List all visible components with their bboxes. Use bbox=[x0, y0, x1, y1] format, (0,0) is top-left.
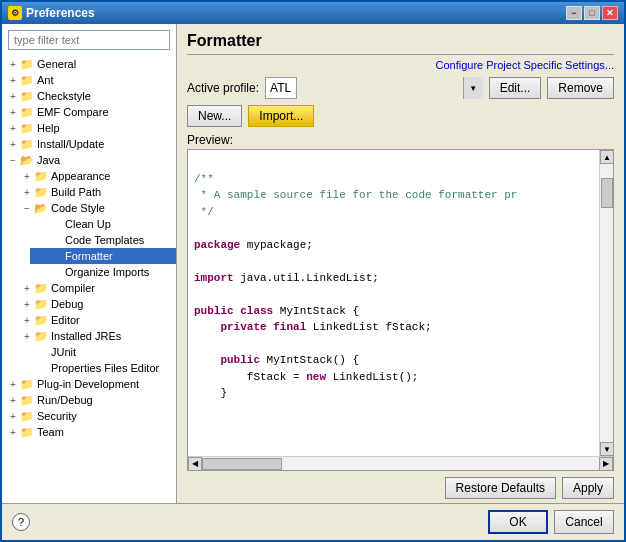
edit-button[interactable]: Edit... bbox=[489, 77, 542, 99]
horizontal-scrollbar: ◀ ▶ bbox=[188, 456, 613, 470]
folder-icon: 📂 bbox=[20, 154, 34, 166]
sidebar-item-label: Java bbox=[37, 154, 60, 166]
scroll-down-btn[interactable]: ▼ bbox=[600, 442, 613, 456]
folder-icon: 📁 bbox=[34, 314, 48, 326]
dialog-footer: ? OK Cancel bbox=[2, 503, 624, 540]
expand-icon: + bbox=[20, 299, 34, 310]
sidebar-item-java[interactable]: − 📂 Java bbox=[2, 152, 176, 168]
close-button[interactable]: ✕ bbox=[602, 6, 618, 20]
folder-icon: 📁 bbox=[20, 106, 34, 118]
folder-icon: 📁 bbox=[34, 170, 48, 182]
expand-icon: + bbox=[20, 331, 34, 342]
expand-icon: + bbox=[20, 171, 34, 182]
sidebar-item-label: Editor bbox=[51, 314, 80, 326]
restore-defaults-button[interactable]: Restore Defaults bbox=[445, 477, 556, 499]
expand-icon: + bbox=[20, 283, 34, 294]
sidebar-item-plug-in-development[interactable]: + 📁 Plug-in Development bbox=[2, 376, 176, 392]
expand-icon: + bbox=[6, 91, 20, 102]
sidebar-item-build-path[interactable]: + 📁 Build Path bbox=[16, 184, 176, 200]
sidebar-item-junit[interactable]: JUnit bbox=[16, 344, 176, 360]
vertical-scrollbar[interactable]: ▲ ▼ bbox=[599, 150, 613, 456]
sidebar-item-compiler[interactable]: + 📁 Compiler bbox=[16, 280, 176, 296]
sidebar-item-code-templates[interactable]: Code Templates bbox=[30, 232, 176, 248]
sidebar-item-label: Checkstyle bbox=[37, 90, 91, 102]
java-children: + 📁 Appearance + 📁 Build Path bbox=[2, 168, 176, 376]
expand-icon: − bbox=[6, 155, 20, 166]
sidebar-item-label: Organize Imports bbox=[65, 266, 149, 278]
import-button[interactable]: Import... bbox=[248, 105, 314, 127]
sidebar-item-label: Code Style bbox=[51, 202, 105, 214]
ok-button[interactable]: OK bbox=[488, 510, 548, 534]
scroll-left-btn[interactable]: ◀ bbox=[188, 457, 202, 471]
expand-icon: + bbox=[6, 395, 20, 406]
config-link[interactable]: Configure Project Specific Settings... bbox=[187, 59, 614, 71]
sidebar-item-label: Run/Debug bbox=[37, 394, 93, 406]
sidebar-item-label: Debug bbox=[51, 298, 83, 310]
profile-select-wrapper: ATL ▼ bbox=[265, 77, 483, 99]
expand-icon: − bbox=[20, 203, 34, 214]
expand-icon: + bbox=[20, 187, 34, 198]
cancel-button[interactable]: Cancel bbox=[554, 510, 614, 534]
window-icon: ⚙ bbox=[8, 6, 22, 20]
sidebar-item-run-debug[interactable]: + 📁 Run/Debug bbox=[2, 392, 176, 408]
folder-icon bbox=[48, 218, 62, 230]
sidebar: + 📁 General + 📁 Ant + bbox=[2, 24, 177, 503]
maximize-button[interactable]: □ bbox=[584, 6, 600, 20]
footer-right: OK Cancel bbox=[488, 510, 614, 534]
new-import-row: New... Import... bbox=[187, 105, 614, 127]
scroll-thumb-v[interactable] bbox=[601, 178, 613, 208]
scroll-up-btn[interactable]: ▲ bbox=[600, 150, 613, 164]
expand-icon: + bbox=[6, 139, 20, 150]
titlebar-buttons: − □ ✕ bbox=[566, 6, 618, 20]
folder-icon bbox=[34, 362, 48, 374]
active-profile-label: Active profile: bbox=[187, 81, 259, 95]
sidebar-item-ant[interactable]: + 📁 Ant bbox=[2, 72, 176, 88]
folder-icon: 📁 bbox=[20, 58, 34, 70]
help-icon[interactable]: ? bbox=[12, 513, 30, 531]
remove-button[interactable]: Remove bbox=[547, 77, 614, 99]
sidebar-item-label: Plug-in Development bbox=[37, 378, 139, 390]
sidebar-item-formatter[interactable]: Formatter bbox=[30, 248, 176, 264]
sidebar-item-label: Ant bbox=[37, 74, 54, 86]
sidebar-item-label: Security bbox=[37, 410, 77, 422]
main-panel: Formatter Configure Project Specific Set… bbox=[177, 24, 624, 503]
new-button[interactable]: New... bbox=[187, 105, 242, 127]
sidebar-item-label: Code Templates bbox=[65, 234, 144, 246]
code-style-children: Clean Up Code Templates bbox=[16, 216, 176, 280]
sidebar-item-editor[interactable]: + 📁 Editor bbox=[16, 312, 176, 328]
sidebar-item-general[interactable]: + 📁 General bbox=[2, 56, 176, 72]
preview-scroll-area[interactable]: /** * A sample source file for the code … bbox=[188, 150, 613, 456]
sidebar-item-label: Appearance bbox=[51, 170, 110, 182]
sidebar-item-code-style[interactable]: − 📂 Code Style bbox=[16, 200, 176, 216]
apply-button[interactable]: Apply bbox=[562, 477, 614, 499]
preview-label: Preview: bbox=[187, 133, 614, 147]
sidebar-item-appearance[interactable]: + 📁 Appearance bbox=[16, 168, 176, 184]
expand-icon: + bbox=[6, 107, 20, 118]
sidebar-item-clean-up[interactable]: Clean Up bbox=[30, 216, 176, 232]
folder-icon: 📁 bbox=[20, 90, 34, 102]
sidebar-item-debug[interactable]: + 📁 Debug bbox=[16, 296, 176, 312]
folder-icon: 📁 bbox=[34, 186, 48, 198]
folder-icon: 📁 bbox=[34, 298, 48, 310]
minimize-button[interactable]: − bbox=[566, 6, 582, 20]
scroll-thumb-h[interactable] bbox=[202, 458, 282, 470]
profile-select[interactable]: ATL bbox=[265, 77, 297, 99]
profile-row: Active profile: ATL ▼ Edit... Remove bbox=[187, 77, 614, 99]
filter-input[interactable] bbox=[8, 30, 170, 50]
sidebar-item-properties-file-editor[interactable]: Properties Files Editor bbox=[16, 360, 176, 376]
window-title: Preferences bbox=[26, 6, 566, 20]
sidebar-item-checkstyle[interactable]: + 📁 Checkstyle bbox=[2, 88, 176, 104]
folder-icon: 📁 bbox=[20, 74, 34, 86]
sidebar-item-help[interactable]: + 📁 Help bbox=[2, 120, 176, 136]
sidebar-item-team[interactable]: + 📁 Team bbox=[2, 424, 176, 440]
folder-icon: 📁 bbox=[20, 122, 34, 134]
sidebar-item-install-update[interactable]: + 📁 Install/Update bbox=[2, 136, 176, 152]
folder-icon: 📁 bbox=[20, 138, 34, 150]
sidebar-item-organize-imports[interactable]: Organize Imports bbox=[30, 264, 176, 280]
footer-left: ? bbox=[12, 513, 30, 531]
sidebar-item-emf-compare[interactable]: + 📁 EMF Compare bbox=[2, 104, 176, 120]
sidebar-item-security[interactable]: + 📁 Security bbox=[2, 408, 176, 424]
sidebar-item-label: Install/Update bbox=[37, 138, 104, 150]
sidebar-item-installed-jres[interactable]: + 📁 Installed JREs bbox=[16, 328, 176, 344]
scroll-right-btn[interactable]: ▶ bbox=[599, 457, 613, 471]
